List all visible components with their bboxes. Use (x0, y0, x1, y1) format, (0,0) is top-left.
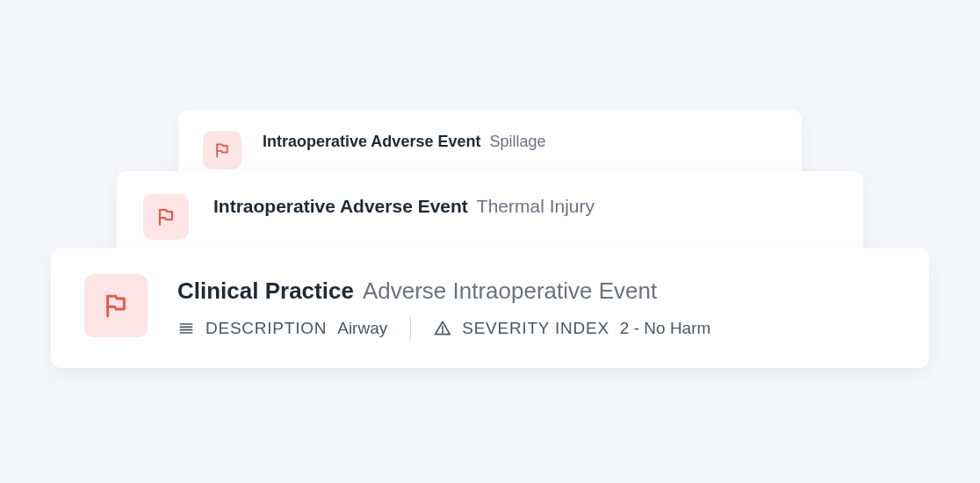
card-content: Intraoperative Adverse Event Thermal Inj… (213, 194, 837, 217)
card-title-strong: Intraoperative Adverse Event (263, 133, 480, 151)
warning-icon (434, 320, 451, 337)
card-title-strong: Clinical Practice (177, 278, 354, 305)
card-title: Intraoperative Adverse Event Thermal Inj… (213, 196, 837, 217)
flag-icon-box (84, 274, 148, 337)
severity-detail: SEVERITY INDEX 2 - No Harm (434, 319, 710, 338)
flag-icon-box (203, 131, 241, 169)
event-card-front[interactable]: Clinical Practice Adverse Intraoperative… (51, 248, 929, 368)
description-label: DESCRIPTION (205, 319, 327, 338)
flag-icon (155, 206, 177, 227)
card-title-strong: Intraoperative Adverse Event (213, 196, 468, 217)
flag-icon (213, 141, 231, 159)
card-title-muted: Thermal Injury (477, 196, 594, 217)
description-icon (177, 320, 195, 337)
card-title-muted: Spillage (489, 133, 545, 151)
severity-label: SEVERITY INDEX (462, 319, 609, 338)
description-value: Airway (337, 319, 387, 338)
flag-icon-box (143, 194, 189, 240)
card-content: Clinical Practice Adverse Intraoperative… (177, 274, 896, 340)
svg-point-5 (443, 332, 443, 333)
card-title: Clinical Practice Adverse Intraoperative… (177, 278, 896, 305)
card-details: DESCRIPTION Airway SEVERITY INDEX 2 - No… (177, 317, 896, 340)
card-title: Intraoperative Adverse Event Spillage (263, 133, 777, 151)
card-title-muted: Adverse Intraoperative Event (363, 278, 657, 305)
description-detail: DESCRIPTION Airway (177, 319, 387, 338)
card-content: Intraoperative Adverse Event Spillage (263, 131, 777, 151)
severity-value: 2 - No Harm (620, 319, 710, 338)
detail-divider (410, 317, 411, 340)
flag-icon (102, 292, 130, 320)
